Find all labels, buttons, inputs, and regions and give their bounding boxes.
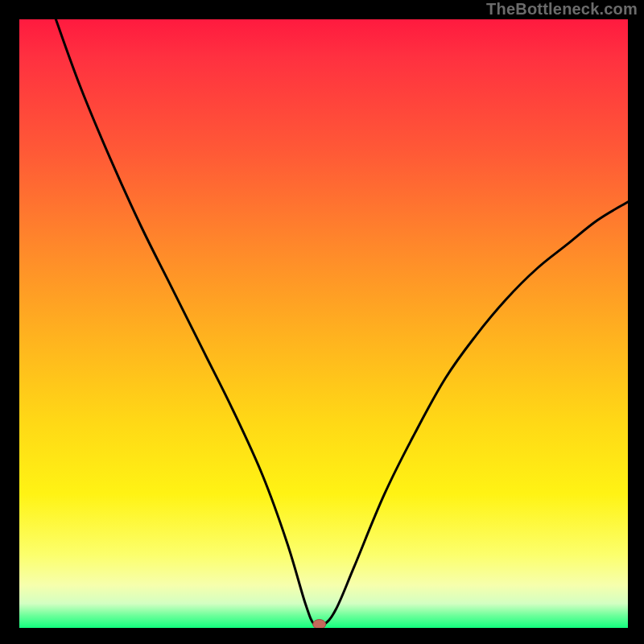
optimum-marker [313, 620, 326, 629]
watermark-text: TheBottleneck.com [486, 0, 638, 19]
bottleneck-curve [56, 19, 628, 627]
chart-frame: TheBottleneck.com [0, 0, 644, 644]
plot-area [19, 19, 628, 628]
curve-layer [19, 19, 628, 628]
